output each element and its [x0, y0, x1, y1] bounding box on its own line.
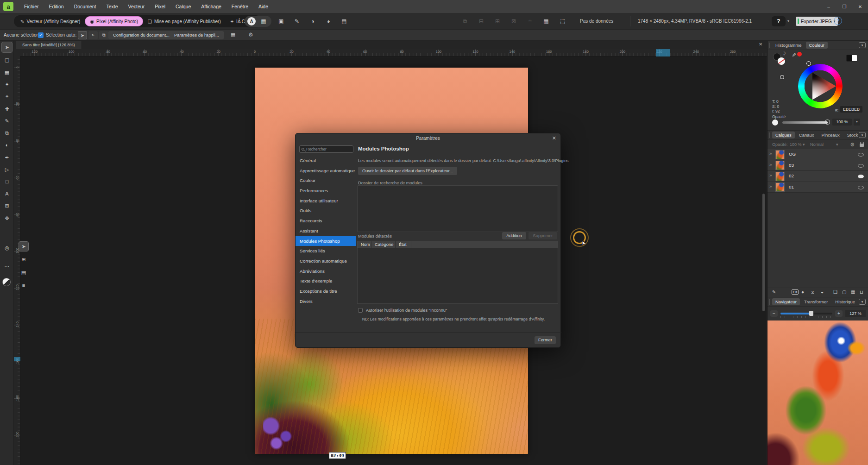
- export-jpeg-button[interactable]: Exporter JPEG ▾: [796, 17, 838, 26]
- view-tool[interactable]: ✥: [1, 213, 13, 224]
- open-default-folder-button[interactable]: Ouvrir le dossier par défaut dans l'Expl…: [358, 167, 457, 175]
- hex-value-field[interactable]: EBEBEB: [840, 106, 862, 113]
- menu-document[interactable]: Document: [69, 0, 101, 13]
- persona-vecteur-affinity-designer-[interactable]: ✎Vecteur (Affinity Designer): [16, 16, 85, 26]
- blend-options-icon[interactable]: ▦: [851, 289, 855, 295]
- prefs-nav-interface-utilisateur[interactable]: Interface utilisateur: [296, 196, 356, 206]
- new-layer-icon[interactable]: ❏: [833, 289, 837, 295]
- restore-button[interactable]: ❐: [837, 0, 852, 13]
- prefs-nav-g-n-ral[interactable]: Général: [296, 156, 356, 166]
- tab-calques[interactable]: Calques: [772, 132, 795, 138]
- menu-texte[interactable]: Texte: [101, 0, 123, 13]
- close-button[interactable]: ✕: [852, 0, 868, 13]
- add-module-button[interactable]: Addition: [502, 232, 526, 239]
- live-filter-icon[interactable]: ◒: [821, 289, 824, 295]
- zoom-slider-handle[interactable]: [809, 311, 813, 316]
- navigator-thumbnail[interactable]: [767, 320, 868, 465]
- prefs-nav-abr-viations[interactable]: Abréviations: [296, 266, 356, 276]
- canvas-vertical-scrollbar[interactable]: [762, 194, 765, 311]
- layer-lock-icon[interactable]: [860, 144, 864, 147]
- blend-mode-chevron-icon[interactable]: ▾: [836, 142, 838, 147]
- prefs-nav-exceptions-de-titre[interactable]: Exceptions de titre: [296, 286, 356, 296]
- zoom-value-field[interactable]: 127 %: [845, 310, 866, 317]
- zoom-out-button[interactable]: −: [770, 310, 778, 317]
- layers-opacity-value[interactable]: 100 %: [790, 142, 802, 147]
- image-icon[interactable]: ▤: [339, 18, 349, 25]
- layer-row-og[interactable]: »OG: [767, 149, 868, 160]
- menu-aide[interactable]: Aide: [253, 0, 273, 13]
- col-header-catégorie[interactable]: Catégorie: [371, 241, 396, 248]
- fx-icon[interactable]: FX: [792, 289, 799, 295]
- prefs-nav-modules-photoshop[interactable]: Modules Photoshop: [296, 236, 356, 246]
- style-pointer-icon[interactable]: A: [247, 17, 256, 25]
- help-icon[interactable]: ?: [834, 17, 842, 25]
- selection-brush-tool[interactable]: ✦: [1, 79, 13, 90]
- cursor-tool-button[interactable]: ➤: [78, 31, 87, 39]
- snap-person-icon[interactable]: ⬚: [558, 18, 568, 25]
- pen-tool[interactable]: ✒: [1, 152, 13, 163]
- blend-mode-value[interactable]: Normal: [810, 142, 824, 147]
- app-settings-button[interactable]: Paramètres de l'appli...: [170, 31, 224, 39]
- background-swatch[interactable]: [778, 57, 785, 65]
- menu-calque[interactable]: Calque: [170, 0, 196, 13]
- preferences-search-input[interactable]: Rechercher: [299, 145, 353, 153]
- rectangle-tool[interactable]: □: [1, 176, 13, 187]
- expand-chevron-icon[interactable]: »: [769, 184, 772, 189]
- menu-fichier[interactable]: Fichier: [19, 0, 44, 13]
- tab-close-icon[interactable]: ✕: [759, 42, 762, 47]
- mask-icon[interactable]: ●: [801, 289, 804, 295]
- prefs-nav-services-li-s[interactable]: Services liés: [296, 246, 356, 256]
- healing-tool[interactable]: ✚: [1, 103, 13, 114]
- hue-selector[interactable]: [806, 61, 811, 66]
- pages-dock-tool[interactable]: ▤: [19, 267, 29, 277]
- expand-chevron-icon[interactable]: »: [769, 151, 772, 156]
- prefs-nav-assistant[interactable]: Assistant: [296, 226, 356, 236]
- contrast-icon[interactable]: ◑: [308, 18, 318, 25]
- layer-row-02[interactable]: »02: [767, 171, 868, 182]
- toolbar-overflow-icon[interactable]: ⋮: [236, 17, 242, 24]
- adjustment-icon[interactable]: ⧖: [811, 289, 814, 295]
- tab-couleur[interactable]: Couleur: [806, 42, 828, 49]
- menu-pixel[interactable]: Pixel: [150, 0, 170, 13]
- col-header-état[interactable]: État: [396, 241, 411, 248]
- minimize-button[interactable]: –: [821, 0, 837, 13]
- swap-colors-icon[interactable]: ⤸: [783, 51, 786, 56]
- crop-tool[interactable]: ⌖: [1, 91, 13, 102]
- layers-opacity-chevron-icon[interactable]: ▾: [803, 142, 805, 147]
- paint-brush-tool[interactable]: ✎: [1, 115, 13, 126]
- zoom-tool[interactable]: ◎: [1, 242, 13, 253]
- eye-hidden-icon[interactable]: [858, 153, 864, 157]
- expand-chevron-icon[interactable]: »: [769, 173, 772, 178]
- transparent-bg-icon[interactable]: ▦: [541, 18, 551, 25]
- mesh-warp-tool[interactable]: ⊞: [1, 200, 13, 211]
- panel-menu-chevron-icon[interactable]: ▾: [859, 132, 866, 138]
- fg-bg-swatches[interactable]: ⤸: [773, 53, 788, 67]
- delete-layer-icon[interactable]: ⊔: [860, 289, 863, 295]
- prefs-nav-performances[interactable]: Performances: [296, 186, 356, 196]
- opacity-slider-handle[interactable]: [825, 119, 830, 125]
- persona-mise-en-page-affinity-publisher-[interactable]: ❏Mise en page (Affinity Publisher): [143, 16, 226, 26]
- pointer-dock-tool[interactable]: ➤: [19, 241, 29, 251]
- dialog-close-icon[interactable]: ✕: [552, 135, 556, 141]
- prefs-nav-apprentissage-automatique[interactable]: Apprentissage automatique: [296, 166, 356, 176]
- quick-help-button[interactable]: ?: [772, 16, 786, 26]
- opacity-slider[interactable]: [782, 121, 828, 124]
- dodge-tool[interactable]: ◐: [1, 139, 13, 151]
- clone-tool[interactable]: ⧉: [1, 127, 13, 138]
- persona-pixel-affinity-photo-[interactable]: ◉Pixel (Affinity Photo): [85, 16, 143, 26]
- menu-fenêtre[interactable]: Fenêtre: [226, 0, 253, 13]
- prefs-nav-divers[interactable]: Divers: [296, 296, 356, 307]
- grid-dock-tool[interactable]: ⊞: [19, 254, 29, 264]
- quick-help-chevron-icon[interactable]: ▾: [787, 19, 789, 23]
- shortcuts-grid-icon[interactable]: ▦: [231, 31, 235, 38]
- tab-histogramme[interactable]: Histogramme: [772, 42, 805, 49]
- document-setup-button[interactable]: Configuration du document...: [108, 31, 174, 39]
- layer-settings-gear-icon[interactable]: ⚙: [850, 142, 855, 148]
- zoom-in-button[interactable]: +: [835, 310, 843, 317]
- more-tools[interactable]: ⋯: [1, 261, 13, 272]
- marquee-tool[interactable]: ▦: [1, 67, 13, 78]
- cursor-alt-button[interactable]: ➣: [88, 31, 98, 39]
- color-sphere-tool[interactable]: [2, 278, 11, 286]
- shade-selector[interactable]: [780, 75, 784, 79]
- saturation-triangle[interactable]: [805, 70, 836, 102]
